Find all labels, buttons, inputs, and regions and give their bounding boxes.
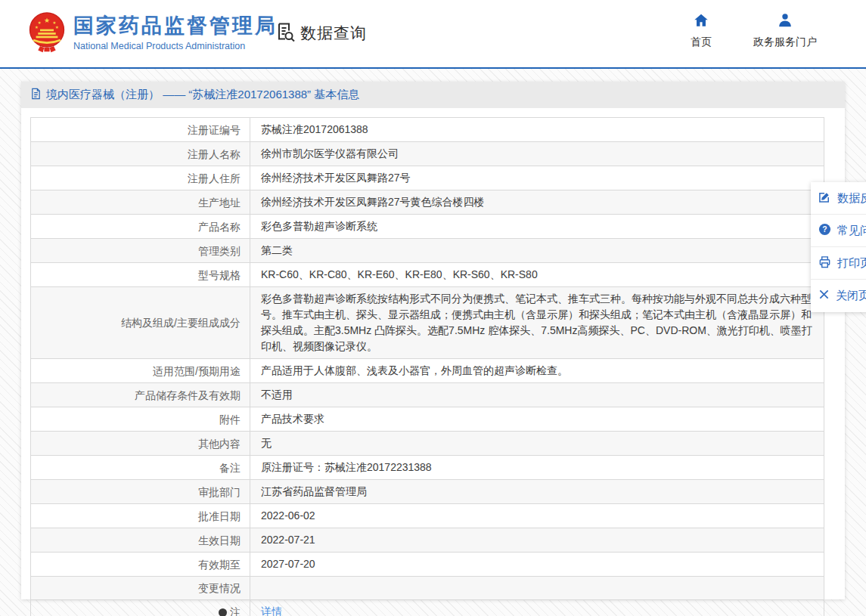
row-label: 其他内容 (31, 432, 250, 456)
row-value: 2027-07-20 (250, 553, 824, 577)
row-value: 不适用 (250, 383, 824, 407)
table-row: 其他内容无 (31, 432, 824, 456)
page-title: 境内医疗器械（注册） —— “苏械注准20172061388” 基本信息 (46, 88, 359, 102)
row-label: 注册证编号 (31, 118, 250, 142)
row-label: 变更情况 (31, 577, 250, 600)
row-value: 徐州市凯尔医学仪器有限公司 (250, 142, 824, 166)
row-value (250, 577, 824, 600)
table-row: 注册证编号苏械注准20172061388 (31, 118, 824, 142)
table-row: 备注原注册证号：苏械注准20172231388 (31, 456, 824, 480)
nav-gov-portal-label: 政务服务门户 (753, 36, 817, 49)
row-label-text: 附件 (219, 413, 241, 426)
close-icon (818, 289, 830, 303)
row-label: 产品储存条件及有效期 (31, 383, 250, 407)
table-row: 批准日期2022-06-02 (31, 504, 824, 528)
row-label: 注 (31, 600, 250, 616)
svg-text:★: ★ (44, 17, 50, 24)
question-icon: ? (818, 223, 831, 239)
data-query-tab[interactable]: 数据查询 (275, 21, 367, 45)
table-row: 生效日期2022-07-21 (31, 528, 824, 553)
floating-tools-panel: 数据反馈 ? 常见问题 打印页面 关闭页面 (811, 182, 866, 312)
home-icon (693, 12, 709, 32)
note-icon (219, 608, 227, 616)
row-label-text: 产品储存条件及有效期 (135, 389, 241, 401)
row-label-text: 注册人名称 (188, 148, 241, 160)
breadcrumb: 境内医疗器械（注册） —— “苏械注准20172061388” 基本信息 (21, 82, 845, 108)
org-name-zh: 国家药品监督管理局 (73, 14, 278, 38)
row-value: 第二类 (250, 239, 824, 263)
side-item-faq[interactable]: ? 常见问题 (811, 215, 866, 247)
side-item-label: 关闭页面 (836, 289, 866, 303)
nav-item-gov-portal[interactable]: 政务服务门户 (753, 12, 817, 49)
svg-text:★: ★ (55, 25, 59, 29)
detail-link[interactable]: 详情 (261, 605, 282, 616)
side-item-close-page[interactable]: 关闭页面 (811, 280, 866, 312)
row-value: 彩色多普勒超声诊断系统按结构形式不同分为便携式、笔记本式、推车式三种。每种按功能… (250, 287, 824, 359)
side-item-data-feedback[interactable]: 数据反馈 (811, 182, 866, 215)
row-label: 适用范围/预期用途 (31, 359, 250, 383)
row-label: 管理类别 (31, 239, 250, 263)
row-label-text: 注册证编号 (188, 124, 241, 136)
national-emblem-logo: ★ ★ ★ ★ ★ (26, 10, 67, 60)
table-row: 附件产品技术要求 (31, 407, 824, 432)
row-value: KR-C60、KR-C80、KR-E60、KR-E80、KR-S60、KR-S8… (250, 263, 824, 287)
row-label-text: 批准日期 (198, 510, 241, 522)
table-row: 产品储存条件及有效期不适用 (31, 383, 824, 407)
table-row: 注册人住所徐州经济技术开发区凤舞路27号 (31, 166, 824, 190)
brand-block: 国家药品监督管理局 National Medical Products Admi… (73, 14, 278, 51)
row-label-text: 注 (230, 606, 241, 616)
row-label-text: 生产地址 (198, 197, 241, 209)
org-name-en: National Medical Products Administration (73, 41, 278, 51)
row-value: 徐州经济技术开发区凤舞路27号黄色综合楼四楼 (250, 190, 824, 215)
row-label: 附件 (31, 407, 250, 432)
top-nav: 首页 政务服务门户 (691, 12, 817, 49)
row-value: 产品技术要求 (250, 407, 824, 432)
row-label-text: 注册人住所 (188, 172, 241, 184)
row-label: 生效日期 (31, 528, 250, 553)
info-table-body: 注册证编号苏械注准20172061388注册人名称徐州市凯尔医学仪器有限公司注册… (31, 118, 824, 616)
print-icon (818, 255, 831, 271)
row-value: 产品适用于人体腹部、浅表及小器官，外周血管的超声诊断检查。 (250, 359, 824, 383)
row-value: 苏械注准20172061388 (250, 118, 824, 142)
side-item-label: 打印页面 (837, 256, 866, 271)
row-value: 原注册证号：苏械注准20172231388 (250, 456, 824, 480)
row-label: 结构及组成/主要组成成分 (31, 287, 250, 359)
row-label: 生产地址 (31, 190, 250, 215)
table-row: 注册人名称徐州市凯尔医学仪器有限公司 (31, 142, 824, 166)
side-item-label: 常见问题 (837, 224, 866, 238)
table-row: 生产地址徐州经济技术开发区凤舞路27号黄色综合楼四楼 (31, 190, 824, 215)
nav-item-home[interactable]: 首页 (691, 12, 712, 49)
row-value: 无 (250, 432, 824, 456)
row-label: 审批部门 (31, 480, 250, 504)
row-label-text: 适用范围/预期用途 (153, 365, 241, 377)
table-row: 管理类别第二类 (31, 239, 824, 263)
row-label-text: 备注 (219, 462, 241, 474)
row-label: 产品名称 (31, 215, 250, 239)
row-label: 批准日期 (31, 504, 250, 528)
side-item-print-page[interactable]: 打印页面 (811, 247, 866, 280)
table-row: 结构及组成/主要组成成分彩色多普勒超声诊断系统按结构形式不同分为便携式、笔记本式… (31, 287, 824, 359)
row-value: 2022-06-02 (250, 504, 824, 528)
row-label-text: 管理类别 (198, 245, 241, 257)
row-label-text: 有效期至 (198, 559, 241, 571)
user-icon (777, 12, 793, 32)
data-query-label: 数据查询 (300, 23, 367, 44)
svg-text:★: ★ (35, 25, 39, 29)
row-label-text: 产品名称 (198, 221, 241, 233)
svg-text:?: ? (822, 225, 827, 234)
page: { "header": { "org_name_zh": "国家药品监督管理局"… (0, 0, 866, 616)
registration-info-table: 注册证编号苏械注准20172061388注册人名称徐州市凯尔医学仪器有限公司注册… (30, 117, 824, 616)
row-label-text: 审批部门 (198, 486, 241, 498)
row-value: 江苏省药品监督管理局 (250, 480, 824, 504)
table-row: 型号规格KR-C60、KR-C80、KR-E60、KR-E80、KR-S60、K… (31, 263, 824, 287)
row-label-text: 其他内容 (198, 438, 241, 450)
header: ★ ★ ★ ★ ★ 国家药品监督管理局 National Medical Pro… (0, 0, 866, 69)
side-item-label: 数据反馈 (837, 191, 866, 206)
data-query-icon (275, 21, 296, 45)
row-label-text: 生效日期 (198, 534, 241, 546)
nav-home-label: 首页 (691, 36, 712, 49)
table-row: 产品名称彩色多普勒超声诊断系统 (31, 215, 824, 239)
row-value: 详情 (250, 600, 824, 616)
row-label: 注册人名称 (31, 142, 250, 166)
document-icon (30, 88, 42, 103)
